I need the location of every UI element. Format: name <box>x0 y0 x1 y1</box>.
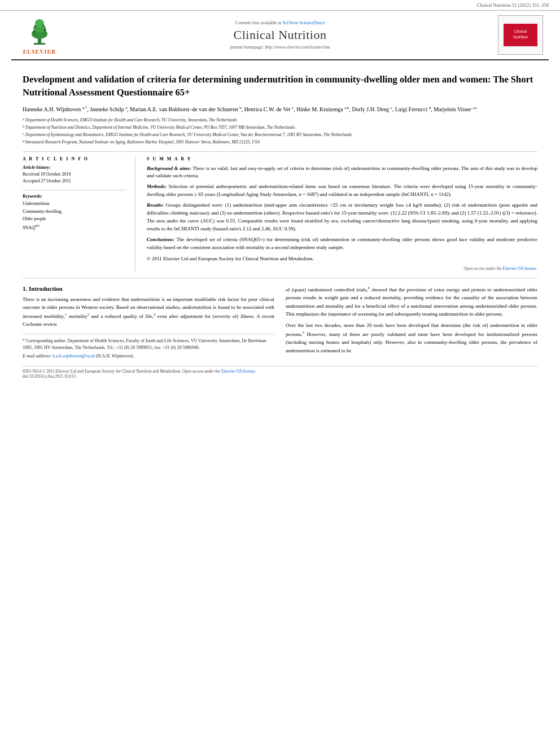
article-info-column: A R T I C L E I N F O Article history: R… <box>23 156 135 271</box>
svg-point-7 <box>35 25 37 27</box>
journal-title: Clinical Nutrition <box>234 28 327 42</box>
svg-text:Nutrition: Nutrition <box>513 35 528 39</box>
results-label: Results: <box>147 202 166 208</box>
keywords-block: Keywords: Undernutrition Community-dwell… <box>23 194 126 231</box>
results-para: Results: Groups distinguished were: (1) … <box>147 202 537 233</box>
article-info-summary: A R T I C L E I N F O Article history: R… <box>23 151 537 271</box>
journal-logo-right: Clinical Nutrition <box>492 15 549 55</box>
methods-text: Selection of potential anthropometric an… <box>147 184 537 197</box>
email-address[interactable]: h.a.h.wijnhoven@vu.nl <box>53 353 95 359</box>
sciverse-label: Contents lists available at <box>235 20 282 25</box>
keyword-1: Undernutrition <box>23 200 126 208</box>
intro-title: Introduction <box>29 285 63 292</box>
article-content: Development and validation of criteria f… <box>0 60 560 390</box>
intro-number: 1. <box>23 285 27 292</box>
conclusions-text: The developed set of criteria (SNAQ65+) … <box>147 237 537 250</box>
accepted-date: Accepted 27 October 2011 <box>23 178 126 185</box>
conclusions-para: Conclusions: The developed set of criter… <box>147 236 537 252</box>
elsevier-wordmark: ELSEVIER <box>23 49 56 55</box>
journal-homepage: journal homepage: http://www.elsevier.co… <box>230 45 330 50</box>
svg-point-5 <box>33 30 35 33</box>
journal-logo-image: Clinical Nutrition <box>504 24 537 46</box>
doi-line: doi:10.1016/j.clnu.2011.10.013 <box>23 374 537 379</box>
footer-bottom: 0261-5614 © 2011 Elsevier Ltd and Europe… <box>23 366 537 379</box>
sciverse-line: Contents lists available at SciVerse Sci… <box>235 20 325 25</box>
intro-para-2: of (quasi) randomized controlled trials,… <box>286 285 537 318</box>
aff-d-text: Intramural Research Program, National In… <box>25 139 260 145</box>
history-label: Article history: <box>23 165 126 170</box>
affiliation-d: d Intramural Research Program, National … <box>23 139 537 145</box>
sciverse-link[interactable]: SciVerse ScienceDirect <box>283 20 325 25</box>
keyword-3: Older people <box>23 215 126 223</box>
keyword-4: SNAQ65+ <box>23 223 126 231</box>
intro-para-3: Over the last two decades, more than 20 … <box>286 321 537 355</box>
journal-logo-box: Clinical Nutrition <box>498 15 543 55</box>
copyright-line: © 2011 Elsevier Ltd and European Society… <box>147 255 537 263</box>
footnotes: * Corresponding author. Department of He… <box>23 334 274 360</box>
authors-line: Hanneke A.H. Wijnhoven a,*, Janneke Schi… <box>23 104 537 113</box>
background-para: Background & aims: There is no valid, fa… <box>147 165 537 181</box>
affiliation-c: c Department of Epidemiology and Biostat… <box>23 132 537 138</box>
summary-column: S U M M A R Y Background & aims: There i… <box>147 156 537 271</box>
svg-point-8 <box>43 24 45 26</box>
open-access-line: Open access under the Elsevier OA licens… <box>147 266 537 271</box>
section-divider <box>23 278 537 278</box>
svg-text:Clinical: Clinical <box>514 29 527 33</box>
background-label: Background & aims: <box>147 165 193 171</box>
body-left-col: 1. Introduction There is an increasing a… <box>23 285 274 362</box>
body-content: 1. Introduction There is an increasing a… <box>23 285 537 362</box>
summary-block: Background & aims: There is no valid, fa… <box>147 165 537 271</box>
affiliations: a Department of Health Sciences, EMGO In… <box>23 117 537 146</box>
keywords-label: Keywords: <box>23 194 126 199</box>
page: Clinical Nutrition 31 (2012) 351–358 <box>0 0 560 390</box>
elsevier-tree-icon <box>23 16 56 47</box>
body-right-col: of (quasi) randomized controlled trials,… <box>286 285 537 362</box>
aff-a-text: Department of Health Sciences, EMGO Inst… <box>25 117 237 123</box>
journal-header: ELSEVIER Contents lists available at Sci… <box>11 11 549 60</box>
elsevier-logo-area: ELSEVIER <box>11 15 68 55</box>
summary-heading: S U M M A R Y <box>147 156 537 161</box>
intro-para-1: There is an increasing awareness and evi… <box>23 295 274 329</box>
article-history: Article history: Received 19 October 201… <box>23 165 126 186</box>
intro-heading: 1. Introduction <box>23 285 274 292</box>
svg-point-6 <box>44 29 46 31</box>
citation-bar: Clinical Nutrition 31 (2012) 351–358 <box>0 0 560 11</box>
methods-para: Methods: Selection of potential anthropo… <box>147 183 537 199</box>
email-note: E-mail address: h.a.h.wijnhoven@vu.nl (H… <box>23 353 274 360</box>
background-text: There is no valid, fast and easy-to-appl… <box>147 165 537 179</box>
conclusions-label: Conclusions: <box>147 237 177 242</box>
corresponding-author-note: * Corresponding author. Department of He… <box>23 338 274 351</box>
citation-text: Clinical Nutrition 31 (2012) 351–358 <box>477 2 549 8</box>
journal-title-area: Contents lists available at SciVerse Sci… <box>68 15 492 55</box>
issn-line: 0261-5614 © 2011 Elsevier Ltd and Europe… <box>23 369 537 374</box>
results-text: Groups distinguished were: (1) undernutr… <box>147 202 537 231</box>
methods-label: Methods: <box>147 184 169 189</box>
footer-oa-link[interactable]: Elsevier OA license. <box>221 369 256 374</box>
affiliation-b: b Department of Nutrition and Dietetics,… <box>23 124 537 130</box>
aff-c-text: Department of Epidemiology and Biostatis… <box>25 132 352 138</box>
aff-b-text: Department of Nutrition and Dietetics, D… <box>25 124 295 130</box>
keyword-2: Community-dwelling <box>23 208 126 216</box>
authors-text: Hanneke A.H. Wijnhoven a,*, Janneke Schi… <box>23 106 477 112</box>
elsevier-logo: ELSEVIER <box>23 16 56 55</box>
article-info-heading: A R T I C L E I N F O <box>23 156 126 161</box>
article-title: Development and validation of criteria f… <box>23 73 537 99</box>
svg-rect-1 <box>34 43 45 45</box>
oa-license-link[interactable]: Elsevier OA license. <box>503 266 537 271</box>
received-date: Received 19 October 2010 <box>23 171 126 178</box>
affiliation-a: a Department of Health Sciences, EMGO In… <box>23 117 537 123</box>
